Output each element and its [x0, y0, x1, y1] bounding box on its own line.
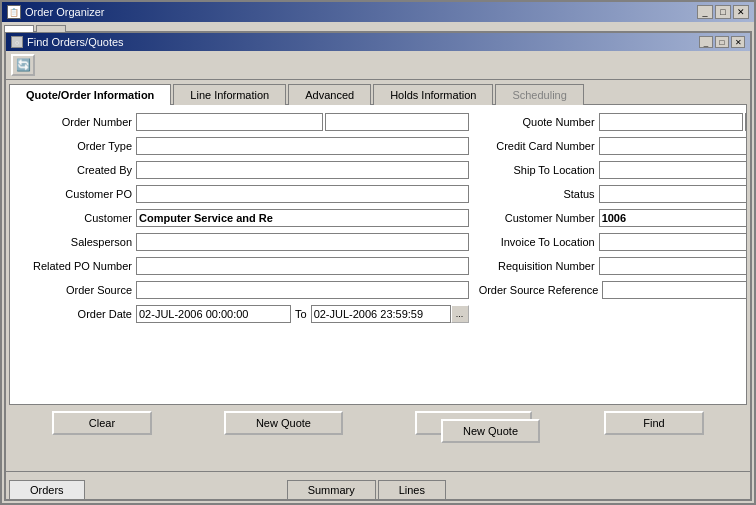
tab-advanced[interactable]: Advanced	[288, 84, 371, 105]
inner-title-left: ○ Find Orders/Quotes	[11, 36, 124, 48]
outer-tab-1[interactable]	[4, 25, 34, 32]
order-date-row: Order Date To ...	[16, 303, 469, 325]
inner-window-title: Find Orders/Quotes	[27, 36, 124, 48]
form-grid: Order Number Order Type Created By	[16, 111, 740, 398]
order-number-input[interactable]	[136, 113, 323, 131]
customer-number-label: Customer Number	[479, 212, 599, 224]
window-controls: _ □ ✕	[697, 5, 749, 19]
checkbox-area: [ ]	[479, 303, 747, 325]
order-number-inputs	[136, 113, 469, 131]
tab-bar: Quote/Order Information Line Information…	[6, 80, 750, 104]
quote-number-inputs	[599, 113, 747, 131]
inner-window: ○ Find Orders/Quotes _ □ ✕ 🔄 Quote/Order…	[4, 31, 752, 501]
related-po-label: Related PO Number	[16, 260, 136, 272]
tab-scheduling: Scheduling	[495, 84, 583, 105]
inner-close-button[interactable]: ✕	[731, 36, 745, 48]
created-by-row: Created By	[16, 159, 469, 181]
credit-card-row: Credit Card Number	[479, 135, 747, 157]
right-column: Quote Number Credit Card Number Ship To …	[479, 111, 747, 398]
customer-row: Customer	[16, 207, 469, 229]
window-title: Order Organizer	[25, 6, 104, 18]
quote-number-input2[interactable]	[745, 113, 747, 131]
quote-number-input[interactable]	[599, 113, 743, 131]
form-area: Order Number Order Type Created By	[9, 104, 747, 405]
salesperson-label: Salesperson	[16, 236, 136, 248]
inner-title-bar: ○ Find Orders/Quotes _ □ ✕	[6, 33, 750, 51]
inner-icon: ○	[11, 36, 23, 48]
customer-po-label: Customer PO	[16, 188, 136, 200]
title-bar-left: 📋 Order Organizer	[7, 5, 104, 19]
minimize-button[interactable]: _	[697, 5, 713, 19]
new-quote-popup-area: New Quote	[6, 441, 750, 471]
customer-number-input[interactable]	[599, 209, 747, 227]
app-icon: 📋	[7, 5, 21, 19]
status-input[interactable]	[599, 185, 747, 203]
bottom-tab-lines[interactable]: Lines	[378, 480, 446, 499]
related-po-input[interactable]	[136, 257, 469, 275]
toolbar-refresh-button[interactable]: 🔄	[11, 54, 35, 76]
order-number-input2[interactable]	[325, 113, 469, 131]
order-date-from-input[interactable]	[136, 305, 291, 323]
order-source-reference-label: Order Source Reference	[479, 284, 603, 296]
order-source-reference-input[interactable]	[602, 281, 747, 299]
order-date-label: Order Date	[16, 308, 136, 320]
left-column: Order Number Order Type Created By	[16, 111, 469, 398]
order-source-label: Order Source	[16, 284, 136, 296]
salesperson-input[interactable]	[136, 233, 469, 251]
order-date-to-input[interactable]	[311, 305, 451, 323]
requisition-number-label: Requisition Number	[479, 260, 599, 272]
order-source-input[interactable]	[136, 281, 469, 299]
invoice-to-label: Invoice To Location	[479, 236, 599, 248]
order-number-label: Order Number	[16, 116, 136, 128]
bottom-area: New Quote Orders Summary Lines	[6, 441, 750, 499]
status-row: Status	[479, 183, 747, 205]
inner-window-controls: _ □ ✕	[699, 36, 745, 48]
date-ellipsis-button[interactable]: ...	[451, 305, 469, 323]
toolbar: 🔄	[6, 51, 750, 80]
customer-input[interactable]	[136, 209, 469, 227]
order-number-row: Order Number	[16, 111, 469, 133]
invoice-to-input[interactable]	[599, 233, 747, 251]
new-quote-button[interactable]: New Quote	[224, 411, 343, 435]
tab-holds-information[interactable]: Holds Information	[373, 84, 493, 105]
ship-to-row: Ship To Location	[479, 159, 747, 181]
close-button[interactable]: ✕	[733, 5, 749, 19]
quote-number-row: Quote Number	[479, 111, 747, 133]
order-type-label: Order Type	[16, 140, 136, 152]
outer-tab-bar	[2, 22, 754, 31]
quote-number-label: Quote Number	[479, 116, 599, 128]
order-type-row: Order Type	[16, 135, 469, 157]
clear-button[interactable]: Clear	[52, 411, 152, 435]
find-button[interactable]: Find	[604, 411, 704, 435]
order-source-row: Order Source	[16, 279, 469, 301]
status-label: Status	[479, 188, 599, 200]
requisition-number-input[interactable]	[599, 257, 747, 275]
requisition-number-row: Requisition Number	[479, 255, 747, 277]
title-bar: 📋 Order Organizer _ □ ✕	[2, 2, 754, 22]
order-type-input[interactable]	[136, 137, 469, 155]
new-quote-popup-button[interactable]: New Quote	[441, 419, 540, 443]
maximize-button[interactable]: □	[715, 5, 731, 19]
inner-maximize-button[interactable]: □	[715, 36, 729, 48]
bottom-tab-summary[interactable]: Summary	[287, 480, 376, 499]
customer-po-input[interactable]	[136, 185, 469, 203]
tab-line-information[interactable]: Line Information	[173, 84, 286, 105]
order-source-reference-row: Order Source Reference	[479, 279, 747, 301]
created-by-input[interactable]	[136, 161, 469, 179]
customer-po-row: Customer PO	[16, 183, 469, 205]
ship-to-input[interactable]	[599, 161, 747, 179]
credit-card-input[interactable]	[599, 137, 747, 155]
date-to-label: To	[291, 308, 311, 320]
ship-to-label: Ship To Location	[479, 164, 599, 176]
bottom-tab-orders[interactable]: Orders	[9, 480, 85, 499]
related-po-row: Related PO Number	[16, 255, 469, 277]
salesperson-row: Salesperson	[16, 231, 469, 253]
button-bar: Clear New Quote New Order Find	[6, 405, 750, 441]
tab-quote-order-information[interactable]: Quote/Order Information	[9, 84, 171, 105]
customer-label: Customer	[16, 212, 136, 224]
credit-card-label: Credit Card Number	[479, 140, 599, 152]
invoice-to-row: Invoice To Location	[479, 231, 747, 253]
customer-number-row: Customer Number	[479, 207, 747, 229]
inner-minimize-button[interactable]: _	[699, 36, 713, 48]
outer-tab-2[interactable]	[36, 25, 66, 32]
